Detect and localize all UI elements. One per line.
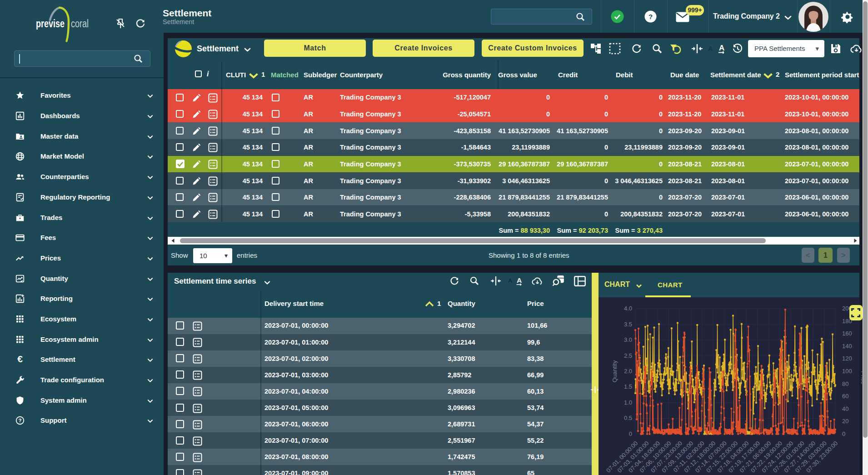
svg-text:60: 60	[842, 393, 848, 400]
svg-text:Quantity: Quantity	[611, 360, 618, 382]
svg-text:140: 140	[842, 343, 852, 350]
svg-text:A: A	[719, 44, 724, 52]
svg-text:100: 100	[842, 368, 852, 375]
svg-text:1.5: 1.5	[624, 383, 632, 390]
svg-text:4.0: 4.0	[624, 305, 632, 312]
svg-text:40: 40	[842, 405, 848, 412]
svg-text:€: €	[17, 355, 23, 364]
svg-text:3.0: 3.0	[624, 336, 632, 343]
svg-text:3.5: 3.5	[624, 321, 632, 328]
svg-text:2.5: 2.5	[624, 352, 632, 359]
svg-text:?: ?	[649, 13, 653, 20]
svg-text:?: ?	[19, 418, 22, 423]
svg-text:coral: coral	[71, 18, 89, 30]
svg-text:20: 20	[842, 418, 848, 425]
svg-text:0.5: 0.5	[624, 415, 632, 421]
svg-text:0: 0	[629, 430, 632, 437]
svg-text:2.0: 2.0	[624, 368, 632, 375]
svg-text:0: 0	[842, 430, 845, 437]
svg-text:Price: Price	[860, 371, 862, 385]
svg-text:160: 160	[842, 330, 852, 337]
svg-text:120: 120	[842, 355, 852, 362]
svg-text:80: 80	[842, 380, 848, 387]
svg-text:1.0: 1.0	[624, 399, 632, 406]
svg-text:A: A	[517, 276, 522, 284]
